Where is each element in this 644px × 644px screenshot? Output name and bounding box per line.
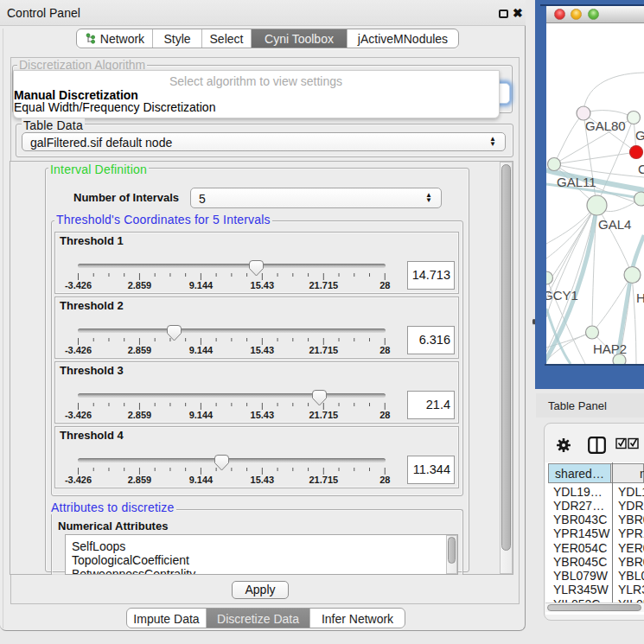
svg-text:C: C: [638, 162, 644, 176]
svg-text:GAL4: GAL4: [598, 217, 631, 232]
svg-text:GCY1: GCY1: [546, 288, 578, 303]
svg-text:H: H: [636, 290, 644, 305]
svg-text:HAP2: HAP2: [593, 341, 627, 356]
svg-text:GAL80: GAL80: [585, 118, 626, 133]
svg-text:GAL11: GAL11: [557, 175, 596, 189]
svg-text:GA: GA: [635, 128, 644, 143]
